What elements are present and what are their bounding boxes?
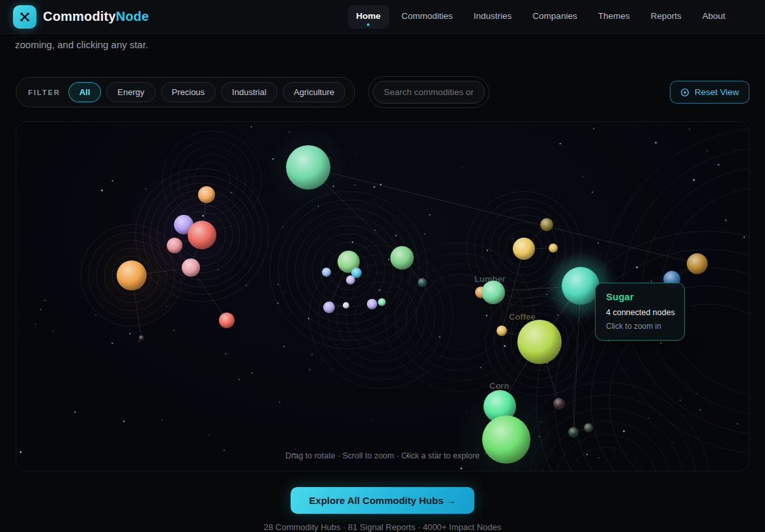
search-container [368,76,489,108]
commodity-node[interactable] [687,253,708,274]
page: CommodityNode Home Commodities Industrie… [0,0,765,532]
commodity-node[interactable] [418,278,427,287]
search-input[interactable] [373,81,485,104]
commodity-node[interactable] [497,326,507,336]
brand[interactable]: CommodityNode [13,5,149,29]
nav-item[interactable]: Commodities [393,5,461,29]
commodity-node[interactable] [343,302,349,309]
nav-item[interactable]: Reports [642,5,689,29]
commodity-node[interactable] [346,275,355,285]
commodity-node[interactable] [322,268,331,277]
nav-item[interactable]: Industries [465,5,521,29]
starfield-canvas[interactable]: LumberCoffeeCorn Drag to rotate · Scroll… [16,121,749,471]
commodity-node-sugar[interactable] [562,267,599,305]
commodity-node[interactable] [167,238,182,253]
reset-view-label: Reset View [695,87,739,97]
commodity-node[interactable] [182,259,200,277]
commodity-node[interactable] [378,298,386,306]
commodity-node[interactable] [188,221,216,249]
commodity-node[interactable] [198,186,215,203]
commodity-node[interactable] [139,335,144,341]
filter-chip[interactable]: All [68,82,102,102]
filter-chip[interactable]: Precious [161,82,216,102]
filter-chip[interactable]: Energy [106,82,155,102]
node-tooltip: Sugar 4 connected nodes Click to zoom in [595,283,685,341]
commodity-node[interactable] [482,281,505,304]
filter-chip[interactable]: Agriculture [283,82,345,102]
commodity-node[interactable] [367,299,377,309]
commodity-node[interactable] [584,423,593,432]
filter-chips: All Energy Precious Industrial Agricultu… [68,82,345,102]
scene-label-corn: Corn [489,381,509,391]
filter-label: FILTER [28,89,61,96]
commodity-node[interactable] [286,145,330,189]
tooltip-subtitle: 4 connected nodes [606,308,674,317]
intro-text: zooming, and clicking any star. [15,39,765,50]
brand-primary: Commodity [43,9,116,23]
commodity-node[interactable] [117,260,147,290]
commodity-node[interactable] [513,238,535,260]
commodity-node[interactable] [323,301,335,313]
explore-hubs-button[interactable]: Explore All Commodity Hubs → [291,487,474,514]
scene-label-coffee: Coffee [509,312,535,322]
tooltip-hint: Click to zoom in [606,322,674,331]
controls-row: FILTER All Energy Precious Industrial Ag… [16,76,749,108]
commodity-node[interactable] [219,313,235,328]
reset-target-icon [680,88,689,97]
commodity-node[interactable] [482,415,530,464]
filter-group: FILTER All Energy Precious Industrial Ag… [16,77,355,107]
commodity-node[interactable] [390,246,414,270]
commodity-node[interactable] [517,320,562,364]
filter-chip[interactable]: Industrial [221,82,278,102]
footer-stats: 28 Commodity Hubs · 81 Signal Reports · … [0,522,765,532]
nav-item[interactable]: Companies [524,5,585,29]
header: CommodityNode Home Commodities Industrie… [0,0,765,34]
reset-view-button[interactable]: Reset View [670,81,749,104]
active-indicator-dot [367,23,369,26]
brand-secondary: Node [116,9,149,23]
nav-item[interactable]: About [694,5,734,29]
nav-item[interactable]: Themes [590,5,639,29]
commodity-node[interactable] [553,398,565,410]
commodity-node[interactable] [549,244,558,253]
brand-title: CommodityNode [43,9,149,24]
main-nav: Home Commodities Industries Companies Th… [348,5,734,29]
commodity-node[interactable] [540,218,553,231]
nav-item[interactable]: Home [348,5,390,29]
node-logo-icon [13,5,36,29]
tooltip-title: Sugar [606,291,674,302]
cta-row: Explore All Commodity Hubs → [0,487,765,514]
commodity-node[interactable] [568,427,579,438]
